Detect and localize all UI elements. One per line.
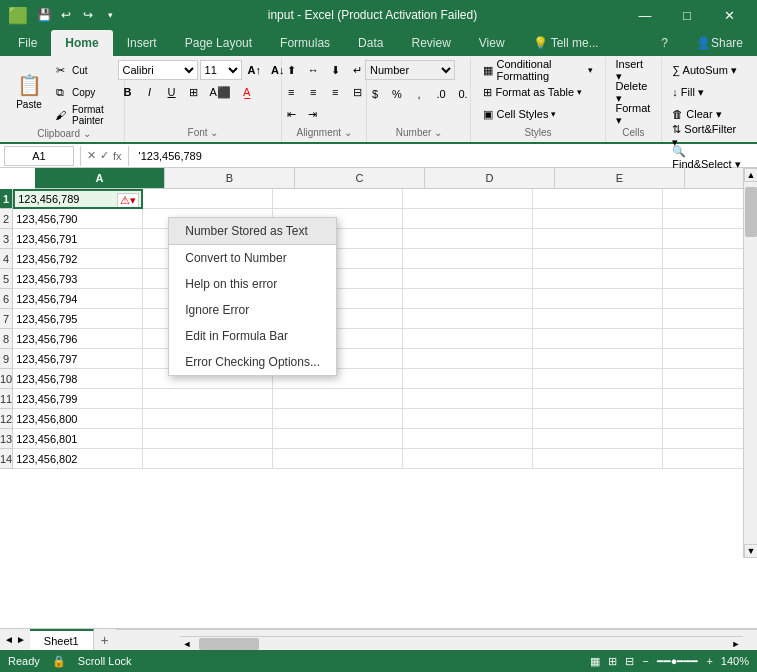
align-top-button[interactable]: ⬆ (281, 60, 301, 80)
row-header-4[interactable]: 4 (0, 249, 12, 269)
percent-button[interactable]: % (387, 84, 407, 104)
col-header-e[interactable]: E (555, 168, 685, 188)
currency-button[interactable]: $ (365, 84, 385, 104)
cell-b14[interactable] (143, 449, 273, 469)
cell-a1[interactable]: 123,456,789 ⚠▾ (13, 189, 143, 209)
align-center-button[interactable]: ≡ (303, 82, 323, 102)
decrease-indent-button[interactable]: ⇤ (281, 104, 301, 124)
cell-d3[interactable] (403, 229, 533, 249)
prev-sheet-button[interactable]: ◄ (4, 634, 14, 645)
row-header-10[interactable]: 10 (0, 369, 12, 389)
cell-a3[interactable]: 123,456,791 (13, 229, 143, 249)
dec-decrease-button[interactable]: 0. (453, 84, 473, 104)
col-header-b[interactable]: B (165, 168, 295, 188)
cell-d10[interactable] (403, 369, 533, 389)
col-header-c[interactable]: C (295, 168, 425, 188)
format-as-table-button[interactable]: ⊞ Format as Table ▾ (477, 82, 598, 102)
sheet-tab-sheet1[interactable]: Sheet1 (30, 629, 94, 651)
cell-d8[interactable] (403, 329, 533, 349)
row-header-11[interactable]: 11 (0, 389, 12, 409)
row-header-7[interactable]: 7 (0, 309, 12, 329)
bold-button[interactable]: B (118, 82, 138, 102)
cell-a11[interactable]: 123,456,799 (13, 389, 143, 409)
cell-e8[interactable] (533, 329, 663, 349)
maximize-button[interactable]: □ (667, 0, 707, 30)
tab-file[interactable]: File (4, 30, 51, 56)
save-button[interactable]: 💾 (34, 5, 54, 25)
col-header-a[interactable]: A (35, 168, 165, 188)
insert-cells-button[interactable]: Insert ▾ (612, 60, 656, 80)
name-box[interactable] (4, 146, 74, 166)
error-checking-options-item[interactable]: Error Checking Options... (169, 349, 336, 375)
add-sheet-button[interactable]: + (94, 629, 116, 651)
cell-e11[interactable] (533, 389, 663, 409)
row-header-12[interactable]: 12 (0, 409, 12, 429)
cell-a7[interactable]: 123,456,795 (13, 309, 143, 329)
formula-content[interactable]: '123,456,789 (135, 150, 753, 162)
italic-button[interactable]: I (140, 82, 160, 102)
find-select-button[interactable]: 🔍 Find&Select ▾ (668, 148, 747, 168)
cell-a5[interactable]: 123,456,793 (13, 269, 143, 289)
help-button[interactable]: ? (647, 30, 682, 56)
align-left-button[interactable]: ≡ (281, 82, 301, 102)
cut-button[interactable]: ✂ (50, 60, 70, 80)
cell-c13[interactable] (273, 429, 403, 449)
cell-a8[interactable]: 123,456,796 (13, 329, 143, 349)
edit-in-formula-bar-item[interactable]: Edit in Formula Bar (169, 323, 336, 349)
cell-d4[interactable] (403, 249, 533, 269)
cell-d13[interactable] (403, 429, 533, 449)
h-scroll-track[interactable] (194, 637, 729, 651)
share-button[interactable]: 👤 Share (682, 30, 757, 56)
row-header-13[interactable]: 13 (0, 429, 12, 449)
cell-b13[interactable] (143, 429, 273, 449)
row-header-5[interactable]: 5 (0, 269, 12, 289)
tab-page-layout[interactable]: Page Layout (171, 30, 266, 56)
scroll-down-button[interactable]: ▼ (744, 544, 757, 558)
format-painter-button[interactable]: 🖌 (50, 105, 70, 125)
row-header-2[interactable]: 2 (0, 209, 12, 229)
zoom-out-button[interactable]: − (642, 655, 648, 667)
increase-font-button[interactable]: A↑ (244, 60, 265, 80)
convert-to-number-item[interactable]: Convert to Number (169, 245, 336, 271)
row-header-8[interactable]: 8 (0, 329, 12, 349)
cell-a10[interactable]: 123,456,798 (13, 369, 143, 389)
confirm-formula-button[interactable]: ✓ (100, 149, 109, 162)
cell-a2[interactable]: 123,456,790 (13, 209, 143, 229)
view-layout-button[interactable]: ⊞ (608, 655, 617, 668)
format-cells-button[interactable]: Format ▾ (612, 104, 656, 124)
cell-e12[interactable] (533, 409, 663, 429)
scroll-right-button[interactable]: ► (729, 637, 743, 651)
cell-e7[interactable] (533, 309, 663, 329)
font-name-select[interactable]: Calibri (118, 60, 198, 80)
cell-e4[interactable] (533, 249, 663, 269)
customize-quick-access[interactable]: ▾ (100, 5, 120, 25)
delete-cells-button[interactable]: Delete ▾ (612, 82, 656, 102)
cell-d12[interactable] (403, 409, 533, 429)
view-normal-button[interactable]: ▦ (590, 655, 600, 668)
cell-a6[interactable]: 123,456,794 (13, 289, 143, 309)
row-header-3[interactable]: 3 (0, 229, 12, 249)
cell-e6[interactable] (533, 289, 663, 309)
tab-data[interactable]: Data (344, 30, 397, 56)
undo-button[interactable]: ↩ (56, 5, 76, 25)
cell-e3[interactable] (533, 229, 663, 249)
row-header-1[interactable]: 1 (0, 189, 12, 209)
cell-c11[interactable] (273, 389, 403, 409)
scroll-left-button[interactable]: ◄ (180, 637, 194, 651)
number-format-select[interactable]: Number (365, 60, 455, 80)
cell-e2[interactable] (533, 209, 663, 229)
cell-e13[interactable] (533, 429, 663, 449)
fill-color-button[interactable]: A⬛ (206, 82, 235, 102)
col-header-d[interactable]: D (425, 168, 555, 188)
scroll-thumb[interactable] (745, 187, 757, 237)
cell-d14[interactable] (403, 449, 533, 469)
insert-function-button[interactable]: fx (113, 150, 122, 162)
scroll-track[interactable] (744, 182, 757, 544)
tab-home[interactable]: Home (51, 30, 112, 56)
conditional-formatting-button[interactable]: ▦ Conditional Formatting ▾ (477, 60, 598, 80)
view-page-break-button[interactable]: ⊟ (625, 655, 634, 668)
error-indicator-button[interactable]: ⚠▾ (117, 193, 139, 208)
cell-e5[interactable] (533, 269, 663, 289)
comma-button[interactable]: , (409, 84, 429, 104)
clear-button[interactable]: 🗑 Clear ▾ (668, 104, 725, 124)
